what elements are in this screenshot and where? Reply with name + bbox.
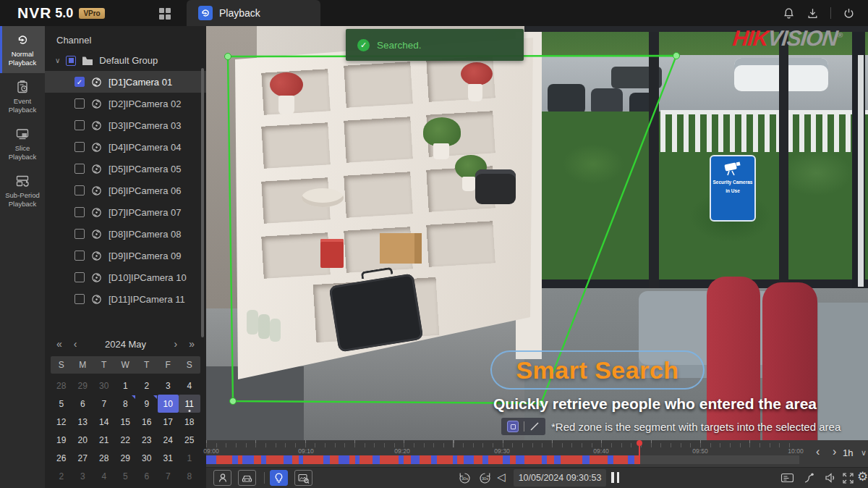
scale-dropdown-caret-icon[interactable]: ∨ [861, 448, 867, 458]
calendar-day-7[interactable]: 7 [158, 467, 179, 485]
tree-expand-caret-icon[interactable]: ∨ [55, 56, 60, 64]
channel-row[interactable]: [D11]IPCamera 11 [45, 288, 206, 310]
sidebar-item-slice-playback[interactable]: Slice Playback [0, 120, 45, 167]
calendar-day-1[interactable]: 1 [115, 376, 137, 395]
calendar-day-31[interactable]: 31 [158, 449, 179, 467]
channel-group-row[interactable]: ∨ Default Group [55, 55, 158, 66]
prev-month-button[interactable]: ‹ [68, 338, 83, 350]
timeline-prev-icon[interactable]: ‹ [816, 445, 820, 458]
group-checkbox[interactable] [66, 56, 76, 66]
calendar-day-1[interactable]: 1 [179, 449, 200, 467]
person-search-button[interactable] [213, 470, 231, 486]
channel-row[interactable]: [D8]IPCamera 08 [45, 223, 206, 245]
next-year-button[interactable]: » [183, 338, 200, 350]
calendar-day-11[interactable]: 11 [179, 395, 200, 413]
channel-checkbox[interactable] [75, 120, 85, 130]
calendar-day-3[interactable]: 3 [158, 376, 179, 395]
calendar-day-8[interactable]: 8 [179, 467, 200, 485]
channel-row[interactable]: ✓[D1]Camera 01 [45, 71, 206, 93]
calendar-day-6[interactable]: 6 [136, 467, 158, 485]
calendar-day-2[interactable]: 2 [51, 467, 72, 485]
calendar-day-2[interactable]: 2 [136, 376, 158, 395]
calendar-day-9[interactable]: 9 [136, 395, 158, 413]
download-icon[interactable] [807, 7, 819, 20]
settings-gear-icon[interactable]: ⚙ [857, 469, 868, 484]
power-icon[interactable] [843, 7, 855, 20]
playback-datetime[interactable]: 10/05/2024 09:30:53 [514, 469, 606, 487]
calendar-day-5[interactable]: 5 [115, 467, 137, 485]
calendar-day-21[interactable]: 21 [93, 431, 115, 449]
calendar-day-18[interactable]: 18 [179, 413, 200, 431]
channel-row[interactable]: [D2]IPCamera 02 [45, 93, 206, 114]
calendar-day-4[interactable]: 4 [179, 376, 200, 395]
calendar-day-8[interactable]: 8 [115, 395, 137, 413]
channel-checkbox[interactable] [75, 207, 85, 217]
volume-icon[interactable] [822, 471, 838, 485]
calendar-day-23[interactable]: 23 [136, 431, 158, 449]
calendar-day-30[interactable]: 30 [93, 376, 115, 395]
calendar-day-30[interactable]: 30 [136, 449, 158, 467]
channel-row[interactable]: [D3]IPCamera 03 [45, 114, 206, 136]
calendar-day-19[interactable]: 19 [51, 431, 72, 449]
channel-checkbox[interactable] [75, 294, 85, 304]
channel-row[interactable]: [D10]IPCamera 10 [45, 266, 206, 288]
calendar-day-10[interactable]: 10 [158, 395, 179, 413]
reverse-play-button[interactable]: ◁ [497, 471, 506, 484]
timeline-segments[interactable] [206, 455, 639, 464]
channel-checkbox[interactable] [75, 164, 85, 174]
sidebar-item-normal-playback[interactable]: Normal Playback [0, 26, 45, 73]
timeline-scale-select[interactable]: 1h [843, 447, 853, 458]
next-month-button[interactable]: › [169, 338, 184, 350]
pause-button[interactable] [611, 472, 619, 483]
channel-row[interactable]: [D7]IPCamera 07 [45, 201, 206, 223]
prev-year-button[interactable]: « [51, 338, 68, 350]
calendar-day-22[interactable]: 22 [115, 431, 137, 449]
calendar-day-24[interactable]: 24 [158, 431, 179, 449]
channel-checkbox[interactable] [75, 185, 85, 195]
rewind-30s-button[interactable]: 30s [456, 471, 472, 485]
calendar-day-6[interactable]: 6 [72, 395, 94, 413]
sidebar-item-sub-period-playback[interactable]: Sub-Period Playback [0, 167, 45, 214]
calendar-day-25[interactable]: 25 [179, 431, 200, 449]
channel-checkbox[interactable] [75, 229, 85, 239]
calendar-day-15[interactable]: 15 [115, 413, 137, 431]
channel-checkbox[interactable] [75, 98, 85, 109]
channel-row[interactable]: [D9]IPCamera 09 [45, 245, 206, 266]
channel-scrollbar[interactable] [201, 68, 204, 337]
calendar-day-28[interactable]: 28 [51, 376, 72, 395]
calendar-day-12[interactable]: 12 [51, 413, 72, 431]
calendar-day-4[interactable]: 4 [93, 467, 115, 485]
channel-checkbox[interactable]: ✓ [75, 77, 85, 87]
channel-checkbox[interactable] [75, 272, 85, 282]
picture-search-button[interactable] [294, 470, 312, 486]
draw-line-icon[interactable] [529, 421, 540, 432]
calendar-day-14[interactable]: 14 [93, 413, 115, 431]
pos-overlay-icon[interactable] [779, 471, 795, 485]
calendar-day-29[interactable]: 29 [115, 449, 137, 467]
timeline-next-icon[interactable]: › [833, 445, 836, 458]
main-menu-grid-icon[interactable] [159, 8, 171, 20]
channel-checkbox[interactable] [75, 251, 85, 261]
timeline-playhead[interactable] [639, 440, 640, 464]
draw-region-icon[interactable] [507, 421, 519, 432]
channel-checkbox[interactable] [75, 142, 85, 152]
calendar-day-29[interactable]: 29 [72, 376, 94, 395]
calendar-day-20[interactable]: 20 [72, 431, 94, 449]
video-viewport[interactable]: Security Cameras in Use [206, 26, 868, 440]
tag-icon[interactable] [801, 471, 817, 485]
calendar-day-27[interactable]: 27 [72, 449, 94, 467]
sidebar-item-event-playback[interactable]: Event Playback [0, 73, 45, 120]
calendar-day-7[interactable]: 7 [93, 395, 115, 413]
channel-row[interactable]: [D5]IPCamera 05 [45, 158, 206, 180]
smart-search-button-active[interactable] [270, 470, 288, 486]
calendar-day-17[interactable]: 17 [158, 413, 179, 431]
calendar-day-13[interactable]: 13 [72, 413, 94, 431]
channel-row[interactable]: [D6]IPCamera 06 [45, 180, 206, 201]
fullscreen-icon[interactable] [840, 471, 856, 485]
notifications-bell-icon[interactable] [783, 7, 795, 20]
forward-30s-button[interactable]: 30s [477, 471, 493, 485]
tab-playback[interactable]: Playback [187, 0, 320, 26]
calendar-day-26[interactable]: 26 [51, 449, 72, 467]
calendar-day-16[interactable]: 16 [136, 413, 158, 431]
vehicle-search-button[interactable] [238, 470, 256, 486]
